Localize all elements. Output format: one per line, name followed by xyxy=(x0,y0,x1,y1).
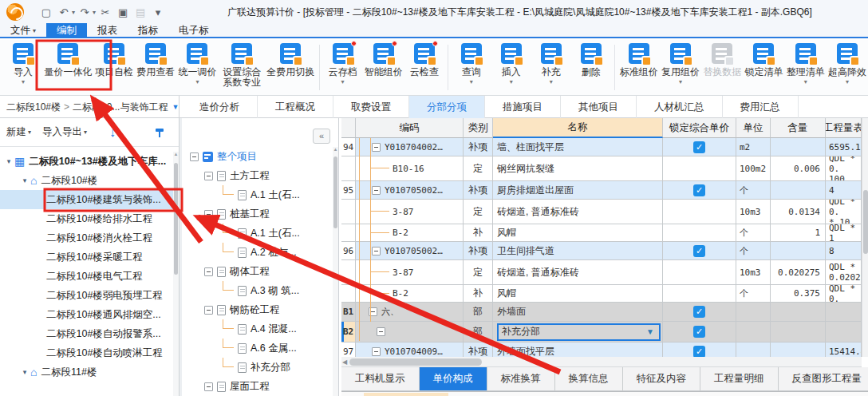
checkbox-checked-icon[interactable]: ✓ xyxy=(693,306,705,318)
header-content[interactable]: 含量 xyxy=(771,118,826,138)
collapse-box-icon[interactable] xyxy=(190,152,199,161)
row-number-cell[interactable]: 96 xyxy=(341,242,356,260)
lock-unit-price-cell[interactable]: ✓ xyxy=(663,138,736,156)
tab-费用汇总[interactable]: 费用汇总 xyxy=(723,96,799,118)
row-number-cell[interactable] xyxy=(341,224,356,242)
collapse-box-icon[interactable] xyxy=(377,327,385,336)
qty-expression-cell[interactable] xyxy=(826,303,862,322)
content-cell[interactable]: 0.020275 xyxy=(771,260,826,285)
code-cell[interactable]: Y010705002… xyxy=(356,242,464,260)
type-cell[interactable]: 定 xyxy=(464,200,493,224)
division-item-A.3 砌 筑...[interactable]: A.3 砌 筑... xyxy=(182,281,332,300)
name-cell[interactable]: 外墙面找平层 xyxy=(493,343,663,357)
sidebar-scrollbar[interactable]: ▲ xyxy=(173,152,179,396)
tab-其他项目[interactable]: 其他项目 xyxy=(561,96,637,118)
unit-cell[interactable]: m2 xyxy=(736,138,771,156)
more-icon[interactable]: ▾ xyxy=(150,4,166,20)
lock-unit-price-cell[interactable]: ✓ xyxy=(663,343,736,357)
qty-expression-cell[interactable]: QDL * 0. xyxy=(826,285,862,303)
row-number-cell[interactable]: B2 xyxy=(341,322,356,343)
unit-cell[interactable]: 10m3 xyxy=(736,260,771,285)
sidebar-item-二标段10#楼消火栓工程[interactable]: 二标段10#楼消火栓工程 xyxy=(0,228,173,248)
toolbar-button-补充[interactable]: 补充▾ xyxy=(535,40,567,86)
scroll-up-icon[interactable]: ▲ xyxy=(333,147,338,152)
name-cell[interactable]: 风帽 xyxy=(493,224,663,242)
division-item-钢筋砼工程[interactable]: 钢筋砼工程 xyxy=(182,300,332,319)
type-cell[interactable]: 定 xyxy=(464,156,493,181)
scrollbar-thumb[interactable] xyxy=(333,156,337,228)
content-cell[interactable] xyxy=(771,343,826,357)
tab-人材机汇总[interactable]: 人材机汇总 xyxy=(637,96,723,118)
code-cell[interactable]: 3-87 xyxy=(356,200,464,224)
lock-unit-price-cell[interactable] xyxy=(663,260,736,285)
scroll-up-icon[interactable]: ▲ xyxy=(173,152,179,156)
code-cell[interactable]: Y010705002… xyxy=(356,181,464,200)
table-row[interactable]: 96Y010705002…补项卫生间排气道✓个8 xyxy=(341,242,862,260)
name-cell[interactable]: 补充分部▼ xyxy=(493,322,663,343)
row-number-cell[interactable]: 94 xyxy=(341,138,356,156)
tab-工程概况[interactable]: 工程概况 xyxy=(258,96,333,118)
detail-tab-换算信息[interactable]: 换算信息 xyxy=(555,367,623,390)
header-unit[interactable]: 单位 xyxy=(736,118,771,138)
menu-item-编制[interactable]: 编制 xyxy=(46,23,87,38)
division-item-砌体工程[interactable]: 砌体工程 xyxy=(182,262,332,281)
code-cell[interactable]: 3-87 xyxy=(356,260,464,285)
content-cell[interactable] xyxy=(771,322,826,343)
table-row[interactable]: B-2补风帽个1QDL * 1 xyxy=(341,224,862,242)
division-item-土方工程[interactable]: 土方工程 xyxy=(182,166,332,185)
toolbar-button-量价一体化[interactable]: 量价一体化 xyxy=(47,40,89,86)
division-item-A.1 土(石...[interactable]: A.1 土(石... xyxy=(182,185,332,204)
division-item-屋面工程[interactable]: 屋面工程 xyxy=(182,377,332,396)
toolbar-button-锁定清单[interactable]: 锁定清单 xyxy=(747,40,780,86)
checkbox-checked-icon[interactable]: ✓ xyxy=(693,346,705,358)
menu-item-指标[interactable]: 指标 xyxy=(128,23,168,38)
qty-expression-cell[interactable]: 15414.45 xyxy=(826,343,862,357)
type-cell[interactable]: 部 xyxy=(464,303,493,322)
header-code[interactable]: 编码 xyxy=(356,118,464,138)
combo-dropdown-icon[interactable]: ▼ xyxy=(646,327,659,336)
unit-cell[interactable] xyxy=(736,343,771,357)
tab-分部分项[interactable]: 分部分项 xyxy=(409,96,485,118)
code-cell[interactable]: Y010704009… xyxy=(356,343,464,357)
content-cell[interactable] xyxy=(771,138,826,156)
row-number-cell[interactable]: B1 xyxy=(341,303,356,322)
code-cell[interactable] xyxy=(356,322,464,343)
unit-cell[interactable]: 个 xyxy=(736,181,771,200)
collapse-box-icon[interactable] xyxy=(372,186,381,195)
lock-unit-price-cell[interactable] xyxy=(663,224,736,242)
window-icon[interactable]: ▢ xyxy=(38,4,54,20)
table-row[interactable]: B1六、部外墙面✓ xyxy=(341,303,862,322)
breadcrumb[interactable]: 二标段10#楼 > 二标段10...与装饰工程 ▼ xyxy=(0,96,180,118)
name-cell[interactable]: 墙、柱面找平层 xyxy=(493,138,663,156)
content-cell[interactable] xyxy=(771,303,826,322)
sidebar-item-二标段10#楼自动报警系...[interactable]: 二标段10#楼自动报警系... xyxy=(0,324,173,343)
table-vertical-scrollbar[interactable] xyxy=(862,118,868,357)
row-number-cell[interactable]: 97 xyxy=(341,343,356,357)
sidebar-item-二标段10#楼通风排烟空...[interactable]: 二标段10#楼通风排烟空... xyxy=(0,305,173,324)
menu-item-电子标[interactable]: 电子标 xyxy=(168,23,219,38)
toolbar-button-云存档[interactable]: 云存档▾ xyxy=(327,40,359,86)
toolbar-button-超高降效[interactable]: 超高降效▾ xyxy=(831,40,864,86)
content-cell[interactable]: 0.0134 xyxy=(771,200,826,224)
pin-icon[interactable] xyxy=(155,128,164,137)
detail-tab-工程量明细[interactable]: 工程量明细 xyxy=(700,367,779,390)
type-cell[interactable]: 补项 xyxy=(464,343,493,357)
scrollbar-thumb[interactable] xyxy=(863,190,868,254)
toolbar-button-标准组价[interactable]: 标准组价 xyxy=(622,40,656,86)
division-item-桩基工程[interactable]: 桩基工程 xyxy=(182,204,332,224)
unit-cell[interactable] xyxy=(736,303,771,322)
import-export-button[interactable]: 导入导出 ▾ xyxy=(42,125,87,139)
code-cell[interactable]: Y010704002… xyxy=(356,138,464,156)
lock-unit-price-cell[interactable] xyxy=(663,200,736,224)
content-cell[interactable]: 1 xyxy=(771,224,826,242)
toolbar-button-复用组价[interactable]: 复用组价▾ xyxy=(664,40,697,86)
scroll-left-icon[interactable]: ◀ xyxy=(342,358,347,366)
copy-icon[interactable]: ▣ xyxy=(115,4,131,20)
division-item-整个项目[interactable]: 整个项目 xyxy=(182,147,332,166)
collapse-box-icon[interactable] xyxy=(204,172,213,180)
checkbox-checked-icon[interactable]: ✓ xyxy=(693,141,705,153)
division-item-A.1 土(石...[interactable]: A.1 土(石... xyxy=(182,224,332,243)
detail-tab-反查图形工程量[interactable]: 反查图形工程量 xyxy=(779,367,868,390)
redo-icon[interactable]: ↷ xyxy=(77,4,93,20)
row-number-cell[interactable] xyxy=(341,200,356,224)
